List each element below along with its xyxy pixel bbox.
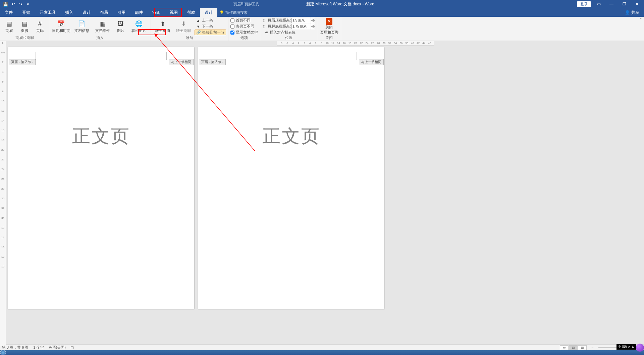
qat-dropdown-icon[interactable]: ▾: [25, 1, 31, 7]
different-first-page-checkbox[interactable]: 首页不同: [230, 17, 258, 23]
footer-bottom-input[interactable]: [291, 24, 310, 29]
footer-distance-icon: ⬚: [262, 24, 267, 29]
document-page[interactable]: 页眉 - 第 2 节 - 与上一节相同 正文页: [8, 47, 194, 309]
spin-down-icon[interactable]: ▾: [311, 27, 315, 29]
tab-header-footer-design[interactable]: 设计: [200, 8, 217, 17]
doc-info-button[interactable]: 📄 文档信息: [72, 18, 92, 35]
save-icon[interactable]: 💾: [3, 1, 9, 7]
group-close: ✕ 关闭 页眉和页脚 关闭: [317, 17, 341, 41]
show-document-text-checkbox[interactable]: 显示文档文字: [230, 30, 258, 35]
document-page[interactable]: 页眉 - 第 2 节 - 与上一节相同 正文页: [198, 47, 384, 309]
horizontal-ruler[interactable]: 8642246810121416182022242628303234363840…: [277, 41, 434, 46]
document-area: L 10124681012141618202224262830323412141…: [0, 41, 644, 346]
picture-button[interactable]: 🖼 图片: [114, 18, 128, 35]
tab-home[interactable]: 开始: [17, 8, 35, 17]
close-window-icon[interactable]: ✕: [632, 0, 642, 8]
next-section-button[interactable]: ▼ 下一条: [195, 23, 226, 29]
ribbon-display-icon[interactable]: ▭: [594, 0, 604, 8]
header-section-label: 页眉 - 第 2 节 -: [9, 59, 36, 65]
macro-recording-icon[interactable]: ▢: [70, 345, 74, 350]
start-button-icon[interactable]: [0, 350, 6, 355]
tab-view[interactable]: 视图: [165, 8, 182, 17]
header-button[interactable]: ▤ 页眉: [2, 18, 16, 35]
title-bar: 💾 ↶ ↷ ▾ 页眉和页脚工具 新建 Microsoft Word 文档.doc…: [0, 0, 644, 8]
group-header-footer: ▤ 页眉 ▤ 页脚 # 页码 页眉和页脚: [0, 17, 49, 41]
group-navigation: ⬆ 转至页眉 ⬇ 转至页脚 ▲ 上一条 ▼ 下一条 🔗 链接到前一节: [151, 17, 228, 41]
header-boundary-line: [9, 60, 193, 60]
picture-icon: 🖼: [117, 20, 125, 28]
arrow-up-icon: ▲: [196, 18, 201, 23]
print-layout-icon[interactable]: ▤: [569, 345, 578, 350]
assistant-orb-icon[interactable]: [636, 344, 644, 352]
date-time-button[interactable]: 📅 日期和时间: [51, 18, 71, 35]
header-top-distance: ⬚ 页眉顶端距离: ▴▾: [262, 17, 315, 23]
same-as-previous-label: 与上一节相同: [359, 59, 384, 65]
language-status[interactable]: 英语(美国): [49, 345, 66, 350]
windows-taskbar[interactable]: [0, 350, 644, 355]
zoom-out-icon[interactable]: −: [591, 346, 593, 350]
word-count-status[interactable]: 1 个字: [33, 345, 44, 350]
close-header-footer-button[interactable]: ✕ 关闭 页眉和页脚: [319, 18, 339, 35]
tab-file[interactable]: 文件: [0, 8, 17, 17]
tab-review[interactable]: 审阅: [148, 8, 165, 17]
different-odd-even-checkbox[interactable]: 奇偶页不同: [230, 23, 258, 29]
calendar-icon: 📅: [57, 20, 65, 28]
spin-up-icon[interactable]: ▴: [311, 18, 315, 20]
goto-header-button[interactable]: ⬆ 转至页眉: [153, 18, 172, 35]
goto-header-icon: ⬆: [159, 20, 167, 28]
tab-help[interactable]: 帮助: [182, 8, 200, 17]
tab-developer[interactable]: 开发工具: [35, 8, 60, 17]
collapse-ribbon-icon[interactable]: ⌃: [639, 17, 642, 21]
lightbulb-icon: 💡: [219, 10, 224, 15]
redo-icon[interactable]: ↷: [17, 1, 23, 7]
same-as-previous-label: 与上一节相同: [169, 59, 194, 65]
maximize-icon[interactable]: ❐: [619, 0, 629, 8]
online-picture-button[interactable]: 🌐 联机图片: [129, 18, 149, 35]
tell-me-search[interactable]: 💡 操作说明搜索: [219, 8, 248, 17]
align-tab-icon: ⇥: [264, 30, 268, 35]
spin-down-icon[interactable]: ▾: [311, 20, 315, 23]
tab-mailings[interactable]: 邮件: [130, 8, 148, 17]
share-icon: 👤: [625, 10, 630, 15]
web-layout-icon[interactable]: ▦: [578, 345, 587, 350]
insert-alignment-tab-button[interactable]: ⇥ 插入对齐制表位: [262, 30, 315, 35]
quick-access-toolbar: 💾 ↶ ↷ ▾: [0, 1, 31, 7]
doc-parts-button[interactable]: ▦ 文档部件: [93, 18, 112, 35]
link-to-previous-button[interactable]: 🔗 链接到前一节: [195, 30, 226, 35]
tab-layout[interactable]: 布局: [95, 8, 113, 17]
doc-parts-icon: ▦: [99, 20, 107, 28]
ribbon: ▤ 页眉 ▤ 页脚 # 页码 页眉和页脚 📅 日期和时间 📄 文档信息: [0, 17, 644, 41]
goto-footer-button[interactable]: ⬇ 转至页脚: [174, 18, 193, 35]
footer-button[interactable]: ▤ 页脚: [17, 18, 32, 35]
undo-icon[interactable]: ↶: [10, 1, 16, 7]
header-section-label: 页眉 - 第 2 节 -: [199, 59, 226, 65]
link-icon: 🔗: [196, 30, 201, 35]
header-edit-zone[interactable]: [36, 52, 167, 60]
read-mode-icon[interactable]: ▭: [560, 345, 569, 350]
group-insert: 📅 日期和时间 📄 文档信息 ▦ 文档部件 🖼 图片 🌐 联机图片 插入: [49, 17, 151, 41]
tab-design[interactable]: 设计: [78, 8, 95, 17]
vertical-ruler[interactable]: 1012468101214161820222426283032341214161…: [0, 44, 6, 346]
footer-icon: ▤: [20, 20, 29, 28]
header-icon: ▤: [5, 20, 13, 28]
menu-bar: 文件 开始 开发工具 插入 设计 布局 引用 邮件 审阅 视图 帮助 设计 💡 …: [0, 8, 644, 17]
status-bar: 第 3 页，共 6 页 1 个字 英语(美国) ▢ ▭ ▤ ▦ − +: [0, 344, 644, 350]
ime-indicator[interactable]: 中 ⌨ ☀ ⚙: [616, 344, 636, 350]
page-body-text: 正文页: [198, 124, 384, 149]
page-number-button[interactable]: # 页码: [33, 18, 47, 35]
header-top-input[interactable]: [291, 18, 310, 23]
online-picture-icon: 🌐: [135, 20, 143, 28]
page-count-status[interactable]: 第 3 页，共 6 页: [2, 345, 29, 350]
share-button[interactable]: 👤 共享: [620, 8, 644, 17]
group-options: 首页不同 奇偶页不同 显示文档文字 选项: [228, 17, 260, 41]
previous-section-button[interactable]: ▲ 上一条: [195, 17, 226, 23]
goto-footer-icon: ⬇: [179, 20, 187, 28]
view-mode-buttons: ▭ ▤ ▦: [560, 345, 587, 350]
login-button[interactable]: 登录: [577, 1, 591, 7]
header-edit-zone[interactable]: [226, 52, 357, 60]
spin-up-icon[interactable]: ▴: [311, 24, 315, 27]
tab-references[interactable]: 引用: [113, 8, 130, 17]
minimize-icon[interactable]: —: [606, 0, 616, 8]
header-boundary-line: [200, 60, 383, 60]
tab-insert[interactable]: 插入: [60, 8, 78, 17]
